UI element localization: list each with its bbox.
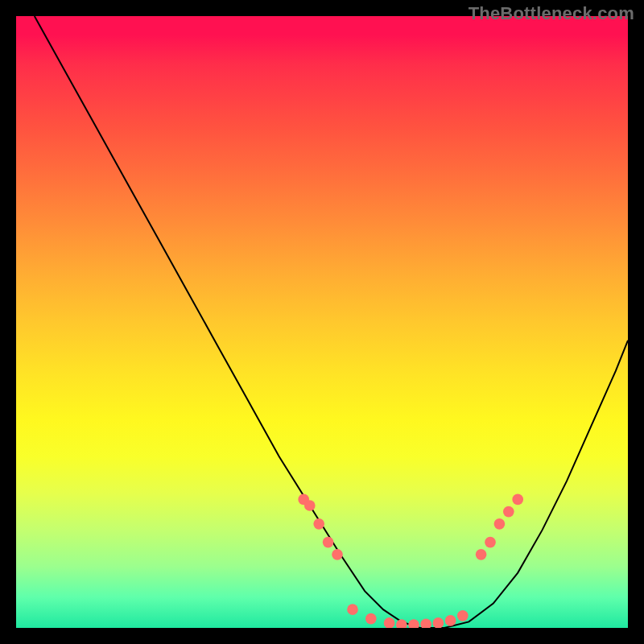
svg-point-13	[457, 610, 469, 621]
curve-line	[35, 16, 628, 628]
svg-point-1	[304, 500, 316, 511]
svg-point-8	[396, 619, 407, 628]
svg-point-6	[365, 613, 377, 625]
svg-point-15	[485, 537, 496, 548]
svg-point-17	[503, 506, 514, 518]
svg-point-16	[494, 518, 506, 530]
svg-point-12	[445, 615, 456, 626]
svg-point-14	[476, 549, 487, 560]
svg-point-7	[384, 617, 395, 628]
svg-point-11	[433, 617, 444, 628]
chart-stage: TheBottleneck.com	[0, 0, 644, 644]
svg-point-2	[313, 518, 324, 530]
curve-markers	[298, 494, 523, 628]
svg-point-3	[323, 537, 334, 548]
svg-point-9	[408, 619, 419, 628]
chart-overlay	[16, 16, 628, 628]
svg-point-4	[332, 549, 343, 560]
svg-point-10	[420, 619, 431, 628]
svg-point-18	[512, 494, 523, 506]
watermark-label: TheBottleneck.com	[469, 3, 634, 24]
svg-point-5	[347, 604, 358, 615]
